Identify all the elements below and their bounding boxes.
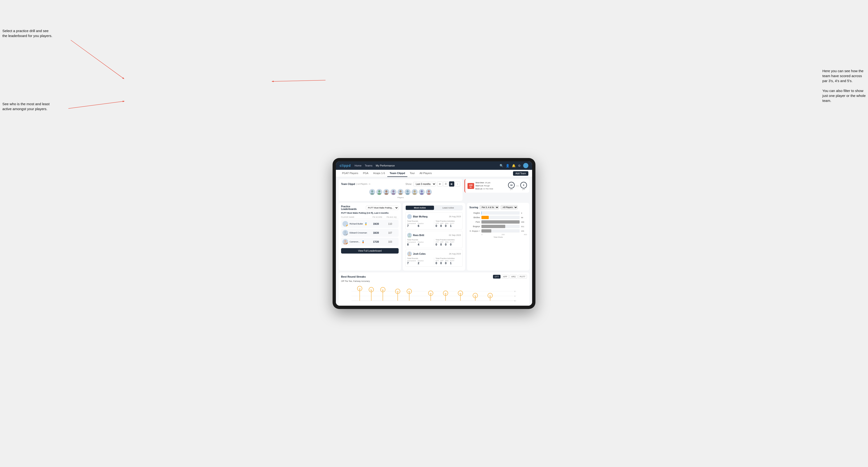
svg-point-0 [371,190,373,192]
show-period-select[interactable]: Last 3 months Last 6 months This year [413,182,436,186]
lb-player-3: 3 Cameron... 🥉 [342,239,369,245]
pac-avatar-1 [407,214,412,219]
players-filter-select[interactable]: All Players [500,205,518,210]
activity-card-1: Blair McHarg 26 Aug 2023 Total Rounds To… [405,212,463,229]
view-full-leaderboard-button[interactable]: View Full Leaderboard [341,248,399,253]
subnav-all-players[interactable]: All Players [417,170,434,177]
subnav-hcaps[interactable]: Hcaps 1-5 [371,170,387,177]
svg-point-17 [427,193,431,195]
bar-chart: Eagles 3 Birdies 96 [469,211,527,232]
lb-avatar-3: 3 [342,239,348,245]
svg-point-16 [428,190,430,192]
svg-text:6x: 6x [382,289,384,291]
streaks-tab-putt[interactable]: PUTT [518,275,527,279]
bar-row-eagles: Eagles 3 [469,211,527,215]
subnav-tour[interactable]: Tour [407,170,417,177]
annotation-top-right: Here you can see how theteam have scored… [823,68,866,103]
nav-my-performance[interactable]: My Performance [376,164,395,167]
settings-icon[interactable]: ⚙ [518,164,521,167]
bar-value-eagles: 3 [521,212,527,214]
lb-name-3: Cameron... [349,241,360,243]
subnav: PGAT Players PGA Hcaps 1-5 Team Clippd T… [336,170,532,177]
streaks-tab-ott[interactable]: OTT [493,275,500,279]
streaks-subtitle: Off The Tee, Fairway Accuracy [341,280,527,282]
add-team-button[interactable]: Add Team [513,171,528,176]
tab-least-active[interactable]: Least Active [434,206,462,210]
player-avatar-3[interactable] [383,189,390,195]
shot-circle-2: 0 [520,182,527,188]
player-avatar-5[interactable] [398,189,404,195]
bar-track-eagles [482,211,520,215]
par-filter-select[interactable]: Par 3, 4 & 5s [479,205,499,210]
chart-x-labels: 0 200 400 [469,234,527,236]
scoring-panel: Scoring Par 3, 4 & 5s All Players Eagles [467,203,529,271]
bar-value-birdies: 96 [521,217,527,219]
lb-name-1: Richard Butler [349,223,363,225]
player-avatar-1[interactable] [369,189,375,195]
svg-point-1 [371,193,374,195]
bar-row-dbogeys: D. Bogeys + 131 [469,229,527,232]
activity-tabs: Most Active Least Active [405,205,463,210]
player-avatar-6[interactable] [404,189,411,195]
bar-label-bogeys: Bogeys [469,225,480,228]
subnav-team-clippd[interactable]: Team Clippd [387,170,407,177]
player-avatar-7[interactable] [412,189,418,195]
bar-fill-pars [482,220,520,224]
svg-point-7 [392,193,395,195]
bell-icon[interactable]: 🔔 [512,164,516,167]
streaks-header: Best Round Streaks OTT APP ARG PUTT [341,275,527,279]
lb-badge-1: 1 [346,225,348,227]
streaks-tab-arg[interactable]: ARG [509,275,518,279]
subnav-pga[interactable]: PGA [361,170,371,177]
streaks-tab-app[interactable]: APP [501,275,509,279]
svg-point-28 [408,252,410,254]
svg-point-9 [399,193,402,195]
nav-home[interactable]: Home [354,164,361,167]
svg-point-27 [408,236,411,238]
chart-x-title: Total Shots [469,236,527,238]
show-label: Show: [405,183,412,185]
drill-select[interactable]: PUTT Must Make Putting... [366,206,399,210]
streak-chart-svg: 7x 6x 6x 5x [341,284,527,305]
player-avatar-2[interactable] [376,189,382,195]
pac-name-3: Josh Coles [413,253,426,255]
nav-teams[interactable]: Teams [365,164,372,167]
svg-text:6: 6 [515,300,516,302]
bar-track-dbogeys [482,229,520,232]
main-content: Team Clippd | 14 Players ✏ Show: Last 3 … [336,177,532,306]
search-icon[interactable]: 🔍 [500,164,503,167]
player-avatar-4[interactable] [390,189,397,195]
svg-text:6x: 6x [370,289,372,291]
scoring-header: Scoring Par 3, 4 & 5s All Players [469,205,527,210]
annotation-top-left: Select a practice drill and see the lead… [2,28,54,38]
leaderboard-header: Practice Leaderboards PUTT Must Make Put… [341,205,399,210]
pac-header-3: Josh Coles 26 Aug 2023 [407,251,461,256]
list-view-icon[interactable]: ☰ [443,181,448,187]
lb-badge-2: 2 [346,234,348,236]
svg-point-29 [408,254,411,256]
svg-text:8: 8 [515,290,516,292]
svg-text:4: 4 [515,295,516,297]
pac-date-3: 26 Aug 2023 [449,253,461,255]
edit-icon[interactable]: ✏ [369,183,371,185]
streaks-title: Best Round Streaks [341,275,366,278]
svg-text:3x: 3x [489,295,491,297]
card-view-icon[interactable]: ▦ [449,181,454,187]
drill-name: PUTT Must Make Putting (3-6 ft), Last 3 … [341,212,399,214]
player-avatar-8[interactable] [418,189,425,195]
user-avatar[interactable] [523,163,528,168]
svg-point-10 [407,190,409,192]
tab-most-active[interactable]: Most Active [406,206,434,210]
users-icon[interactable]: 👤 [506,164,509,167]
subnav-pgat[interactable]: PGAT Players [340,170,361,177]
pac-name-1: Blair McHarg [413,215,428,218]
player-avatar-9[interactable] [426,189,432,195]
pac-date-2: 02 Sep 2023 [449,234,461,236]
players-label: Players [341,196,460,198]
tablet-device: clippd Home Teams My Performance 🔍 👤 🔔 ⚙… [333,158,535,309]
chart-view-icon[interactable]: ↕ [455,181,460,187]
practice-leaderboards-panel: Practice Leaderboards PUTT Must Make Put… [339,203,401,271]
lb-player-2: 2 Edward Crossman [342,230,369,236]
grid-view-icon[interactable]: ⊞ [437,181,442,187]
lb-row-2: 2 Edward Crossman 18/20 107 [341,229,399,237]
